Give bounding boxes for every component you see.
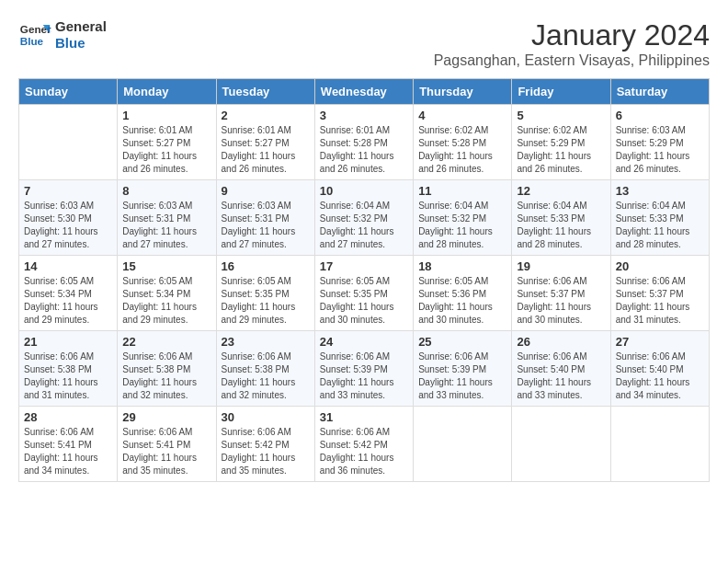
day-info: Sunrise: 6:06 AM Sunset: 5:39 PM Dayligh… (418, 350, 506, 402)
calendar-cell: 11Sunrise: 6:04 AM Sunset: 5:32 PM Dayli… (414, 180, 512, 256)
calendar-cell: 17Sunrise: 6:05 AM Sunset: 5:35 PM Dayli… (314, 256, 413, 331)
day-info: Sunrise: 6:03 AM Sunset: 5:30 PM Dayligh… (24, 200, 112, 251)
header-day-sunday: Sunday (19, 79, 118, 105)
calendar-cell: 2Sunrise: 6:01 AM Sunset: 5:27 PM Daylig… (216, 105, 314, 180)
calendar-cell: 14Sunrise: 6:05 AM Sunset: 5:34 PM Dayli… (19, 256, 118, 331)
calendar-cell: 22Sunrise: 6:06 AM Sunset: 5:38 PM Dayli… (118, 331, 216, 407)
calendar-cell (512, 407, 610, 482)
day-number: 24 (320, 335, 408, 349)
calendar-cell: 24Sunrise: 6:06 AM Sunset: 5:39 PM Dayli… (314, 331, 413, 407)
day-info: Sunrise: 6:01 AM Sunset: 5:27 PM Dayligh… (222, 124, 310, 176)
calendar-cell: 3Sunrise: 6:01 AM Sunset: 5:28 PM Daylig… (314, 105, 413, 180)
calendar-cell: 10Sunrise: 6:04 AM Sunset: 5:32 PM Dayli… (314, 180, 413, 256)
day-number: 15 (122, 259, 210, 273)
day-info: Sunrise: 6:04 AM Sunset: 5:33 PM Dayligh… (517, 200, 605, 251)
day-number: 9 (222, 184, 310, 198)
calendar-cell: 21Sunrise: 6:06 AM Sunset: 5:38 PM Dayli… (19, 331, 118, 407)
logo-icon: General Blue (18, 18, 51, 52)
calendar-cell: 29Sunrise: 6:06 AM Sunset: 5:41 PM Dayli… (118, 407, 216, 482)
calendar-cell: 6Sunrise: 6:03 AM Sunset: 5:29 PM Daylig… (610, 105, 709, 180)
calendar-cell: 13Sunrise: 6:04 AM Sunset: 5:33 PM Dayli… (610, 180, 709, 256)
day-number: 28 (24, 410, 112, 424)
calendar-cell: 27Sunrise: 6:06 AM Sunset: 5:40 PM Dayli… (610, 331, 709, 407)
day-number: 6 (616, 109, 704, 122)
calendar-cell: 5Sunrise: 6:02 AM Sunset: 5:29 PM Daylig… (512, 105, 610, 180)
day-info: Sunrise: 6:06 AM Sunset: 5:37 PM Dayligh… (517, 275, 605, 327)
day-info: Sunrise: 6:02 AM Sunset: 5:28 PM Dayligh… (418, 124, 506, 176)
calendar-cell (610, 407, 709, 482)
day-number: 7 (24, 184, 112, 198)
header-day-tuesday: Tuesday (216, 79, 314, 105)
calendar-cell: 30Sunrise: 6:06 AM Sunset: 5:42 PM Dayli… (216, 407, 314, 482)
calendar-cell: 20Sunrise: 6:06 AM Sunset: 5:37 PM Dayli… (610, 256, 709, 331)
calendar-cell: 31Sunrise: 6:06 AM Sunset: 5:42 PM Dayli… (314, 407, 413, 482)
day-info: Sunrise: 6:03 AM Sunset: 5:31 PM Dayligh… (222, 200, 310, 251)
title-block: January 2024 Pagsanghan, Eastern Visayas… (434, 18, 710, 69)
day-number: 19 (517, 259, 605, 273)
day-number: 22 (122, 335, 210, 349)
day-number: 20 (616, 259, 704, 273)
day-info: Sunrise: 6:05 AM Sunset: 5:34 PM Dayligh… (24, 275, 112, 327)
week-row-5: 28Sunrise: 6:06 AM Sunset: 5:41 PM Dayli… (19, 407, 710, 482)
day-number: 14 (24, 259, 112, 273)
calendar-cell: 28Sunrise: 6:06 AM Sunset: 5:41 PM Dayli… (19, 407, 118, 482)
header-row: SundayMondayTuesdayWednesdayThursdayFrid… (19, 79, 710, 105)
day-number: 4 (418, 109, 506, 122)
page-header: General Blue General Blue January 2024 P… (18, 18, 710, 69)
calendar-cell: 16Sunrise: 6:05 AM Sunset: 5:35 PM Dayli… (216, 256, 314, 331)
day-number: 11 (418, 184, 506, 198)
day-info: Sunrise: 6:01 AM Sunset: 5:28 PM Dayligh… (320, 124, 408, 176)
header-day-monday: Monday (118, 79, 216, 105)
header-day-thursday: Thursday (414, 79, 512, 105)
location-subtitle: Pagsanghan, Eastern Visayas, Philippines (434, 52, 710, 69)
day-number: 29 (122, 410, 210, 424)
day-number: 3 (320, 109, 408, 122)
day-number: 16 (222, 259, 310, 273)
week-row-3: 14Sunrise: 6:05 AM Sunset: 5:34 PM Dayli… (19, 256, 710, 331)
day-info: Sunrise: 6:01 AM Sunset: 5:27 PM Dayligh… (122, 124, 210, 176)
day-info: Sunrise: 6:06 AM Sunset: 5:41 PM Dayligh… (24, 426, 112, 477)
day-info: Sunrise: 6:05 AM Sunset: 5:35 PM Dayligh… (320, 275, 408, 327)
day-info: Sunrise: 6:06 AM Sunset: 5:37 PM Dayligh… (616, 275, 704, 327)
day-number: 1 (122, 109, 210, 122)
calendar-cell: 12Sunrise: 6:04 AM Sunset: 5:33 PM Dayli… (512, 180, 610, 256)
day-number: 27 (616, 335, 704, 349)
day-info: Sunrise: 6:06 AM Sunset: 5:41 PM Dayligh… (122, 426, 210, 477)
day-number: 12 (517, 184, 605, 198)
week-row-4: 21Sunrise: 6:06 AM Sunset: 5:38 PM Dayli… (19, 331, 710, 407)
day-number: 25 (418, 335, 506, 349)
day-info: Sunrise: 6:05 AM Sunset: 5:36 PM Dayligh… (418, 275, 506, 327)
day-number: 5 (517, 109, 605, 122)
calendar-cell: 4Sunrise: 6:02 AM Sunset: 5:28 PM Daylig… (414, 105, 512, 180)
day-info: Sunrise: 6:04 AM Sunset: 5:32 PM Dayligh… (418, 200, 506, 251)
header-day-saturday: Saturday (610, 79, 709, 105)
svg-text:Blue: Blue (20, 35, 44, 47)
day-info: Sunrise: 6:02 AM Sunset: 5:29 PM Dayligh… (517, 124, 605, 176)
day-number: 21 (24, 335, 112, 349)
calendar-cell: 15Sunrise: 6:05 AM Sunset: 5:34 PM Dayli… (118, 256, 216, 331)
calendar-table: SundayMondayTuesdayWednesdayThursdayFrid… (18, 78, 710, 482)
day-number: 17 (320, 259, 408, 273)
day-info: Sunrise: 6:06 AM Sunset: 5:40 PM Dayligh… (517, 350, 605, 402)
day-number: 10 (320, 184, 408, 198)
calendar-cell: 26Sunrise: 6:06 AM Sunset: 5:40 PM Dayli… (512, 331, 610, 407)
day-info: Sunrise: 6:05 AM Sunset: 5:34 PM Dayligh… (122, 275, 210, 327)
calendar-cell: 18Sunrise: 6:05 AM Sunset: 5:36 PM Dayli… (414, 256, 512, 331)
week-row-1: 1Sunrise: 6:01 AM Sunset: 5:27 PM Daylig… (19, 105, 710, 180)
calendar-cell: 1Sunrise: 6:01 AM Sunset: 5:27 PM Daylig… (118, 105, 216, 180)
calendar-cell: 8Sunrise: 6:03 AM Sunset: 5:31 PM Daylig… (118, 180, 216, 256)
header-day-friday: Friday (512, 79, 610, 105)
day-info: Sunrise: 6:06 AM Sunset: 5:38 PM Dayligh… (122, 350, 210, 402)
calendar-cell: 7Sunrise: 6:03 AM Sunset: 5:30 PM Daylig… (19, 180, 118, 256)
calendar-cell (19, 105, 118, 180)
day-number: 31 (320, 410, 408, 424)
day-info: Sunrise: 6:04 AM Sunset: 5:32 PM Dayligh… (320, 200, 408, 251)
calendar-cell: 25Sunrise: 6:06 AM Sunset: 5:39 PM Dayli… (414, 331, 512, 407)
day-number: 8 (122, 184, 210, 198)
day-number: 13 (616, 184, 704, 198)
day-number: 23 (222, 335, 310, 349)
day-info: Sunrise: 6:06 AM Sunset: 5:40 PM Dayligh… (616, 350, 704, 402)
day-info: Sunrise: 6:06 AM Sunset: 5:38 PM Dayligh… (222, 350, 310, 402)
calendar-cell: 9Sunrise: 6:03 AM Sunset: 5:31 PM Daylig… (216, 180, 314, 256)
day-number: 30 (222, 410, 310, 424)
